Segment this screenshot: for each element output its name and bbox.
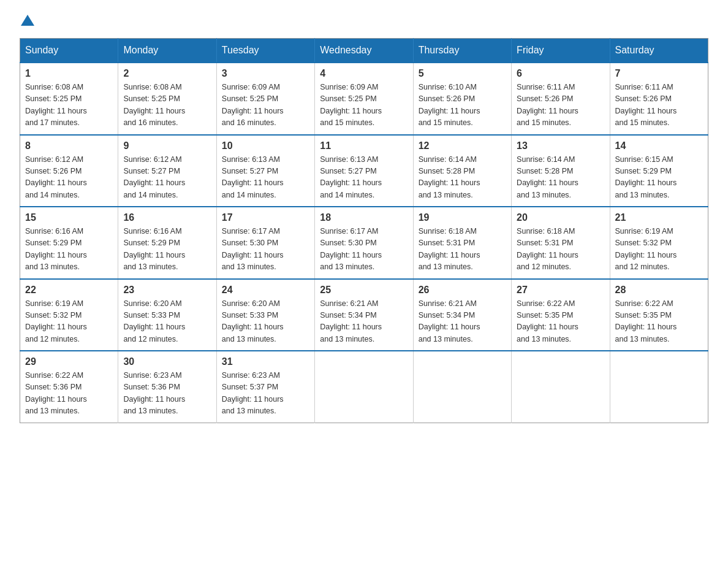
calendar-cell: 27Sunrise: 6:22 AMSunset: 5:35 PMDayligh… [512,279,610,351]
week-row-3: 15Sunrise: 6:16 AMSunset: 5:29 PMDayligh… [20,207,708,279]
day-number: 29 [25,356,113,367]
day-number: 24 [222,285,309,296]
day-info: Sunrise: 6:22 AMSunset: 5:36 PMDaylight:… [25,371,87,415]
calendar-cell: 20Sunrise: 6:18 AMSunset: 5:31 PMDayligh… [512,207,610,279]
day-info: Sunrise: 6:13 AMSunset: 5:27 PMDaylight:… [222,155,284,199]
header-saturday: Saturday [610,39,708,63]
day-number: 23 [123,285,211,296]
calendar-cell: 25Sunrise: 6:21 AMSunset: 5:34 PMDayligh… [315,279,413,351]
day-number: 8 [25,140,113,151]
calendar-cell: 14Sunrise: 6:15 AMSunset: 5:29 PMDayligh… [610,135,708,207]
day-info: Sunrise: 6:17 AMSunset: 5:30 PMDaylight:… [320,227,382,271]
calendar-cell [512,351,610,423]
calendar-cell: 18Sunrise: 6:17 AMSunset: 5:30 PMDayligh… [315,207,413,279]
header-wednesday: Wednesday [315,39,413,63]
week-row-1: 1Sunrise: 6:08 AMSunset: 5:25 PMDaylight… [20,63,708,135]
day-number: 15 [25,212,113,223]
calendar-cell [413,351,511,423]
week-row-5: 29Sunrise: 6:22 AMSunset: 5:36 PMDayligh… [20,351,708,423]
header-tuesday: Tuesday [216,39,314,63]
calendar-cell: 6Sunrise: 6:11 AMSunset: 5:26 PMDaylight… [512,63,610,135]
header-sunday: Sunday [20,39,118,63]
day-info: Sunrise: 6:20 AMSunset: 5:33 PMDaylight:… [222,299,284,343]
day-number: 4 [320,68,408,79]
day-info: Sunrise: 6:10 AMSunset: 5:26 PMDaylight:… [419,83,480,127]
day-number: 6 [517,68,604,79]
calendar-cell: 22Sunrise: 6:19 AMSunset: 5:32 PMDayligh… [20,279,118,351]
calendar-header: SundayMondayTuesdayWednesdayThursdayFrid… [20,39,708,63]
calendar-cell: 2Sunrise: 6:08 AMSunset: 5:25 PMDaylight… [118,63,216,135]
logo [20,15,34,28]
calendar-cell: 5Sunrise: 6:10 AMSunset: 5:26 PMDaylight… [413,63,511,135]
day-info: Sunrise: 6:08 AMSunset: 5:25 PMDaylight:… [123,83,185,127]
day-info: Sunrise: 6:17 AMSunset: 5:30 PMDaylight:… [222,227,284,271]
calendar-cell: 13Sunrise: 6:14 AMSunset: 5:28 PMDayligh… [512,135,610,207]
day-number: 26 [419,285,506,296]
header-monday: Monday [118,39,216,63]
day-info: Sunrise: 6:21 AMSunset: 5:34 PMDaylight:… [320,299,382,343]
day-number: 16 [123,212,211,223]
day-info: Sunrise: 6:18 AMSunset: 5:31 PMDaylight:… [517,227,578,271]
calendar-cell: 23Sunrise: 6:20 AMSunset: 5:33 PMDayligh… [118,279,216,351]
calendar-cell: 15Sunrise: 6:16 AMSunset: 5:29 PMDayligh… [20,207,118,279]
calendar-cell: 9Sunrise: 6:12 AMSunset: 5:27 PMDaylight… [118,135,216,207]
svg-marker-0 [21,15,34,26]
day-number: 9 [123,140,211,151]
day-number: 27 [517,285,604,296]
day-number: 11 [320,140,408,151]
week-row-2: 8Sunrise: 6:12 AMSunset: 5:26 PMDaylight… [20,135,708,207]
calendar-cell [315,351,413,423]
day-info: Sunrise: 6:18 AMSunset: 5:31 PMDaylight:… [419,227,480,271]
calendar-cell: 4Sunrise: 6:09 AMSunset: 5:25 PMDaylight… [315,63,413,135]
calendar-cell: 21Sunrise: 6:19 AMSunset: 5:32 PMDayligh… [610,207,708,279]
day-number: 14 [615,140,703,151]
calendar-cell: 26Sunrise: 6:21 AMSunset: 5:34 PMDayligh… [413,279,511,351]
day-number: 5 [419,68,506,79]
day-number: 30 [123,356,211,367]
day-number: 28 [615,285,703,296]
day-info: Sunrise: 6:22 AMSunset: 5:35 PMDaylight:… [615,299,677,343]
day-info: Sunrise: 6:12 AMSunset: 5:26 PMDaylight:… [25,155,87,199]
day-info: Sunrise: 6:11 AMSunset: 5:26 PMDaylight:… [615,83,677,127]
page-header [20,15,708,28]
header-friday: Friday [512,39,610,63]
day-number: 12 [419,140,506,151]
calendar-cell: 10Sunrise: 6:13 AMSunset: 5:27 PMDayligh… [216,135,314,207]
day-info: Sunrise: 6:16 AMSunset: 5:29 PMDaylight:… [25,227,87,271]
day-info: Sunrise: 6:19 AMSunset: 5:32 PMDaylight:… [25,299,87,343]
header-thursday: Thursday [413,39,511,63]
day-number: 1 [25,68,113,79]
day-info: Sunrise: 6:14 AMSunset: 5:28 PMDaylight:… [419,155,480,199]
calendar-cell: 29Sunrise: 6:22 AMSunset: 5:36 PMDayligh… [20,351,118,423]
calendar-cell: 17Sunrise: 6:17 AMSunset: 5:30 PMDayligh… [216,207,314,279]
day-info: Sunrise: 6:15 AMSunset: 5:29 PMDaylight:… [615,155,677,199]
day-info: Sunrise: 6:21 AMSunset: 5:34 PMDaylight:… [419,299,480,343]
day-info: Sunrise: 6:22 AMSunset: 5:35 PMDaylight:… [517,299,578,343]
calendar-cell: 30Sunrise: 6:23 AMSunset: 5:36 PMDayligh… [118,351,216,423]
week-row-4: 22Sunrise: 6:19 AMSunset: 5:32 PMDayligh… [20,279,708,351]
calendar-cell [610,351,708,423]
day-number: 22 [25,285,113,296]
calendar-cell: 16Sunrise: 6:16 AMSunset: 5:29 PMDayligh… [118,207,216,279]
day-number: 3 [222,68,309,79]
day-info: Sunrise: 6:11 AMSunset: 5:26 PMDaylight:… [517,83,578,127]
calendar-cell: 8Sunrise: 6:12 AMSunset: 5:26 PMDaylight… [20,135,118,207]
day-info: Sunrise: 6:12 AMSunset: 5:27 PMDaylight:… [123,155,185,199]
day-number: 21 [615,212,703,223]
calendar-cell: 31Sunrise: 6:23 AMSunset: 5:37 PMDayligh… [216,351,314,423]
day-number: 7 [615,68,703,79]
calendar-cell: 7Sunrise: 6:11 AMSunset: 5:26 PMDaylight… [610,63,708,135]
day-number: 10 [222,140,309,151]
day-info: Sunrise: 6:19 AMSunset: 5:32 PMDaylight:… [615,227,677,271]
calendar-cell: 12Sunrise: 6:14 AMSunset: 5:28 PMDayligh… [413,135,511,207]
day-info: Sunrise: 6:20 AMSunset: 5:33 PMDaylight:… [123,299,185,343]
calendar-cell: 24Sunrise: 6:20 AMSunset: 5:33 PMDayligh… [216,279,314,351]
header-row: SundayMondayTuesdayWednesdayThursdayFrid… [20,39,708,63]
day-number: 25 [320,285,408,296]
calendar-cell: 19Sunrise: 6:18 AMSunset: 5:31 PMDayligh… [413,207,511,279]
day-info: Sunrise: 6:09 AMSunset: 5:25 PMDaylight:… [320,83,382,127]
day-number: 2 [123,68,211,79]
calendar-table: SundayMondayTuesdayWednesdayThursdayFrid… [20,38,708,423]
calendar-cell: 11Sunrise: 6:13 AMSunset: 5:27 PMDayligh… [315,135,413,207]
day-number: 31 [222,356,309,367]
